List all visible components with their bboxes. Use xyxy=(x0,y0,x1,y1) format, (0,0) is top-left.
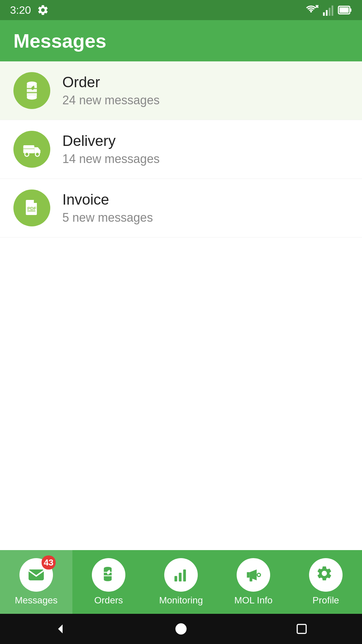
svg-rect-19 xyxy=(34,200,37,203)
svg-rect-17 xyxy=(23,148,35,149)
order-icon xyxy=(13,72,50,109)
gear-icon xyxy=(37,4,49,16)
nav-tab-messages[interactable]: 43 Messages xyxy=(0,550,72,614)
list-item[interactable]: Order 24 new messages xyxy=(0,61,362,120)
status-right xyxy=(304,4,352,16)
delivery-message-text: Delivery 14 new messages xyxy=(62,132,160,166)
android-nav-bar xyxy=(0,614,362,644)
page-title: Messages xyxy=(13,30,106,52)
list-item[interactable]: Delivery 14 new messages xyxy=(0,120,362,179)
svg-rect-7 xyxy=(350,8,352,12)
svg-rect-8 xyxy=(340,7,349,13)
mol-info-nav-icon xyxy=(237,558,270,592)
status-bar: 3:20 xyxy=(0,0,362,20)
svg-marker-33 xyxy=(58,625,62,634)
svg-text:PDF: PDF xyxy=(27,206,37,211)
monitoring-nav-label: Monitoring xyxy=(159,595,203,606)
messages-nav-icon: 43 xyxy=(19,558,53,592)
order-subtitle: 24 new messages xyxy=(62,93,160,107)
nav-tab-monitoring[interactable]: Monitoring xyxy=(145,550,217,614)
order-title: Order xyxy=(62,74,160,91)
svg-rect-30 xyxy=(183,570,186,582)
invoice-subtitle: 5 new messages xyxy=(62,211,153,225)
delivery-icon xyxy=(13,131,50,168)
svg-rect-28 xyxy=(175,576,177,581)
invoice-title: Invoice xyxy=(62,191,153,208)
svg-rect-9 xyxy=(27,84,37,98)
svg-rect-29 xyxy=(179,573,182,582)
nav-tab-profile[interactable]: Profile xyxy=(290,550,362,614)
svg-rect-35 xyxy=(297,625,306,634)
svg-rect-31 xyxy=(250,578,252,581)
svg-point-25 xyxy=(104,578,112,581)
messages-badge: 43 xyxy=(42,555,56,570)
order-message-text: Order 24 new messages xyxy=(62,74,160,107)
signal-icon xyxy=(322,4,334,16)
profile-nav-label: Profile xyxy=(312,595,339,606)
svg-point-11 xyxy=(27,96,37,100)
svg-point-10 xyxy=(27,82,37,86)
battery-icon xyxy=(338,4,352,16)
bottom-nav: 43 Messages Orders xyxy=(0,550,362,614)
list-item[interactable]: PDF Invoice 5 new messages xyxy=(0,179,362,237)
profile-nav-icon xyxy=(309,558,343,592)
nav-tab-orders[interactable]: Orders xyxy=(72,550,145,614)
svg-point-16 xyxy=(36,152,40,156)
monitoring-nav-icon xyxy=(164,558,198,592)
back-button[interactable] xyxy=(50,619,70,639)
invoice-message-text: Invoice 5 new messages xyxy=(62,191,153,225)
orders-nav-label: Orders xyxy=(94,595,123,606)
svg-point-24 xyxy=(104,567,112,570)
status-left: 3:20 xyxy=(10,4,49,16)
nav-tab-mol-info[interactable]: MOL Info xyxy=(217,550,290,614)
status-time: 3:20 xyxy=(10,4,31,16)
svg-point-32 xyxy=(257,573,260,577)
svg-rect-5 xyxy=(331,5,333,16)
svg-rect-2 xyxy=(323,12,325,16)
svg-point-34 xyxy=(175,623,186,634)
delivery-title: Delivery xyxy=(62,132,160,149)
recent-button[interactable] xyxy=(292,619,312,639)
orders-nav-icon xyxy=(92,558,125,592)
message-list: Order 24 new messages Delivery 14 new me… xyxy=(0,61,362,550)
svg-rect-3 xyxy=(326,10,327,16)
svg-point-15 xyxy=(25,152,29,156)
invoice-icon: PDF xyxy=(13,190,50,226)
app-header: Messages xyxy=(0,20,362,61)
svg-rect-22 xyxy=(28,570,44,581)
messages-nav-label: Messages xyxy=(15,595,58,606)
home-button[interactable] xyxy=(171,619,191,639)
svg-rect-4 xyxy=(329,8,330,16)
wifi-icon xyxy=(304,4,318,16)
delivery-subtitle: 14 new messages xyxy=(62,152,160,166)
mol-info-nav-label: MOL Info xyxy=(234,595,273,606)
